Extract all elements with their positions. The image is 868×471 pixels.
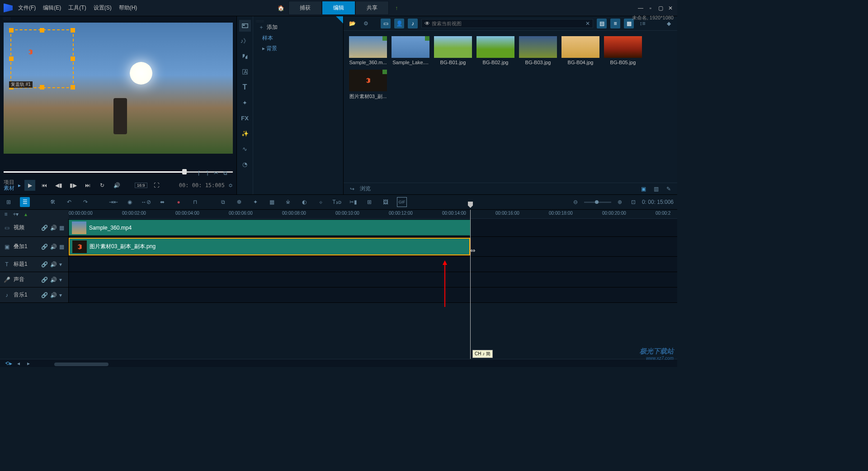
panel-layout2-icon[interactable]: ▥ bbox=[651, 184, 661, 194]
cut-icon[interactable]: ✂ bbox=[211, 168, 221, 178]
track-add-icon[interactable]: +▾ bbox=[13, 211, 19, 217]
menu-help[interactable]: 帮助(H) bbox=[119, 4, 137, 12]
tree-samples[interactable]: 样本 bbox=[253, 33, 343, 43]
grid-icon[interactable]: ▦ bbox=[267, 197, 277, 207]
play-mode-icon[interactable]: ▸ bbox=[18, 182, 21, 188]
expand-icon[interactable]: ▾ bbox=[59, 292, 66, 298]
browse-label[interactable]: 浏览 bbox=[360, 185, 371, 193]
menu-file[interactable]: 文件(F) bbox=[18, 4, 36, 12]
overlay-category-icon[interactable]: ✦ bbox=[239, 97, 251, 108]
lock-icon[interactable]: ▦ bbox=[59, 244, 66, 250]
thumb-item[interactable]: BG-B01.jpg bbox=[434, 36, 472, 65]
thumb-item[interactable]: BG-B03.jpg bbox=[519, 36, 557, 65]
timeline-view-icon[interactable]: ☰ bbox=[20, 197, 30, 207]
clip-ab-icon[interactable]: ⧉ bbox=[218, 197, 228, 207]
filter-video-icon[interactable]: ▭ bbox=[381, 19, 391, 28]
prev-frame-button[interactable]: ⏮ bbox=[39, 180, 50, 191]
link-icon[interactable]: 🔗 bbox=[41, 292, 47, 298]
clip-edit-icon[interactable]: ✂▮ bbox=[348, 197, 358, 207]
mute-icon[interactable]: 🔊 bbox=[50, 244, 57, 250]
volume-button[interactable]: 🔊 bbox=[111, 180, 122, 191]
view-card-icon[interactable]: ▤ bbox=[597, 19, 607, 28]
undo-icon[interactable]: ↶ bbox=[64, 197, 74, 207]
link-icon[interactable]: 🔗 bbox=[41, 244, 47, 250]
path-category-icon[interactable]: ∿ bbox=[239, 143, 251, 155]
redo-icon[interactable]: ↷ bbox=[80, 197, 90, 207]
search-box[interactable]: 👁 ✕ bbox=[421, 19, 593, 28]
thumb-item[interactable]: BG-B04.jpg bbox=[561, 36, 599, 65]
gear-icon[interactable]: ⚙ bbox=[361, 19, 371, 28]
autoscroll-icon[interactable]: ⟲▸ bbox=[4, 358, 14, 367]
view-list-icon[interactable]: ≡ bbox=[610, 19, 620, 28]
storyboard-view-icon[interactable]: ⊞ bbox=[4, 197, 14, 207]
thumb-item[interactable]: ↔Sample_360.m... bbox=[349, 36, 387, 65]
zoom-fit-icon[interactable]: ⊡ bbox=[628, 197, 638, 207]
menu-edit[interactable]: 编辑(E) bbox=[43, 4, 61, 12]
horizontal-scrollbar[interactable] bbox=[54, 363, 677, 367]
thumb-item[interactable]: 图片素材03_副... bbox=[349, 70, 387, 100]
scroll-right-icon[interactable]: ▸ bbox=[24, 358, 33, 367]
crop-icon[interactable]: ⟐ bbox=[316, 197, 326, 207]
arrows-icon[interactable]: ⬌ bbox=[157, 197, 167, 207]
corner-fold-icon[interactable] bbox=[336, 16, 343, 24]
playhead[interactable] bbox=[470, 210, 471, 359]
fit-button[interactable]: ⛶ bbox=[151, 180, 162, 191]
scroll-left-icon[interactable]: ◂ bbox=[14, 358, 24, 367]
step-fwd-button[interactable]: ▮▶ bbox=[68, 180, 79, 191]
clip-overlay[interactable]: 图片素材03_副本_副本.png bbox=[69, 238, 470, 255]
tree-backgrounds[interactable]: ▸ 背景 bbox=[253, 43, 343, 54]
tab-edit[interactable]: 编辑 bbox=[322, 1, 355, 15]
trim-left-icon[interactable]: ⇥⇤ bbox=[108, 197, 118, 207]
aspect-ratio-button[interactable]: 16:9 bbox=[135, 183, 147, 188]
playback-scrubber[interactable]: ⌈ ⌉ ✂ ⧉ bbox=[4, 168, 233, 176]
gif-icon[interactable]: GIF bbox=[397, 197, 407, 207]
menu-settings[interactable]: 设置(S) bbox=[94, 4, 112, 12]
preview-viewport[interactable]: 复盖轨 #1 bbox=[4, 23, 233, 165]
thumb-item[interactable]: Sample_Lake.... bbox=[392, 36, 429, 65]
link-icon[interactable]: 🔗 bbox=[41, 261, 47, 268]
marker-dot-icon[interactable]: ● bbox=[174, 197, 184, 207]
text3d-icon[interactable]: T₃ᴅ bbox=[332, 197, 342, 207]
picture-icon[interactable]: 🖼 bbox=[381, 197, 391, 207]
close-icon[interactable]: ✕ bbox=[667, 5, 674, 11]
track-visibility-icon[interactable]: ▴ bbox=[23, 211, 29, 217]
mute-icon[interactable]: 🔊 bbox=[50, 277, 57, 283]
zoom-slider[interactable] bbox=[584, 202, 611, 203]
import-icon[interactable]: 📂 bbox=[347, 19, 357, 28]
menu-tools[interactable]: 工具(T) bbox=[68, 4, 86, 12]
record-icon[interactable]: ◉ bbox=[125, 197, 135, 207]
next-frame-button[interactable]: ⏭ bbox=[82, 180, 93, 191]
mute-icon[interactable]: 🔊 bbox=[50, 261, 57, 268]
media-category-icon[interactable] bbox=[239, 20, 251, 32]
thumb-item[interactable]: BG-B05.jpg bbox=[604, 36, 642, 65]
transition-category-icon[interactable] bbox=[239, 51, 251, 62]
upload-icon[interactable]: ↑ bbox=[392, 3, 401, 13]
clip-video[interactable]: Sample_360.mp4 bbox=[69, 220, 470, 236]
track-list-icon[interactable]: ≡ bbox=[3, 211, 9, 217]
link-icon[interactable]: 🔗 bbox=[41, 277, 47, 283]
audio-category-icon[interactable]: ♪》 bbox=[239, 35, 251, 47]
adjust-icon[interactable]: ⊞ bbox=[364, 197, 374, 207]
step-back-button[interactable]: ◀▮ bbox=[53, 180, 64, 191]
restore-icon[interactable]: ▫ bbox=[647, 5, 654, 11]
zoom-in-icon[interactable]: ⊕ bbox=[615, 197, 625, 207]
expand-icon[interactable]: ▾ bbox=[59, 261, 66, 268]
blur-icon[interactable]: ※ bbox=[283, 197, 293, 207]
mark-out-icon[interactable]: ⌉ bbox=[202, 168, 212, 178]
title-app-icon[interactable]: A bbox=[239, 66, 251, 78]
thumb-item[interactable]: BG-B02.jpg bbox=[476, 36, 514, 65]
text-category-icon[interactable]: T bbox=[239, 81, 251, 93]
tracking-category-icon[interactable]: ◔ bbox=[239, 158, 251, 170]
lock-icon[interactable]: ▦ bbox=[59, 225, 66, 231]
panel-layout1-icon[interactable]: ▣ bbox=[638, 184, 648, 194]
add-folder-button[interactable]: ＋添加 bbox=[253, 22, 343, 33]
maximize-icon[interactable]: ▢ bbox=[657, 5, 664, 11]
tab-share[interactable]: 共享 bbox=[355, 1, 389, 15]
filter-category-icon[interactable]: ✨ bbox=[239, 127, 251, 139]
timecode-stepper-icon[interactable]: ≎ bbox=[228, 182, 233, 188]
filter-photo-icon[interactable]: 👤 bbox=[394, 19, 404, 28]
zoom-out-icon[interactable]: ⊖ bbox=[571, 197, 580, 207]
link-icon[interactable]: 🔗 bbox=[41, 225, 47, 231]
mute-icon[interactable]: 🔊 bbox=[50, 225, 57, 231]
timeline-ruler[interactable]: 00:00:00:00 00:00:02:00 00:00:04:00 00:0… bbox=[69, 210, 677, 219]
